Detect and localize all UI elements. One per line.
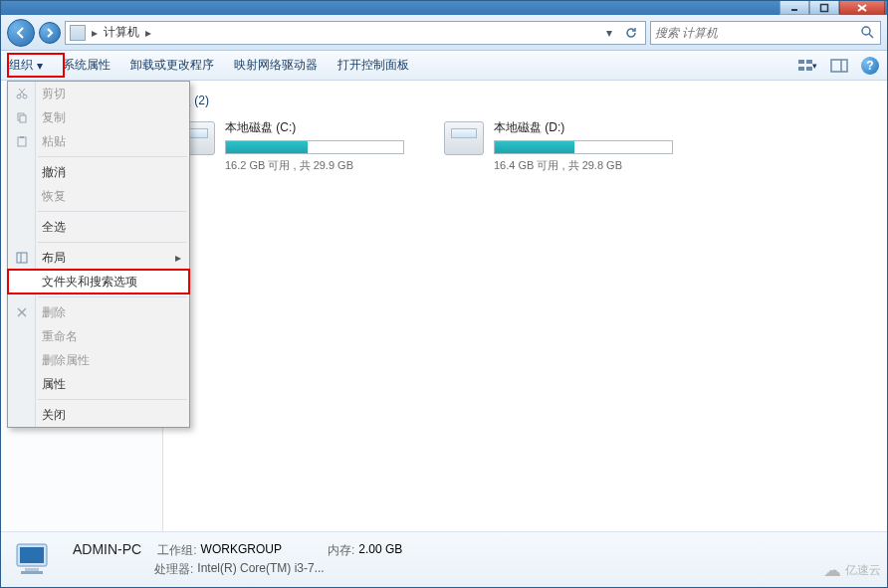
svg-rect-30 [25,568,39,571]
svg-rect-17 [20,115,26,122]
menu-properties[interactable]: 属性 [8,372,189,396]
memory-value: 2.00 GB [358,542,402,559]
hard-drive-icon [444,121,484,155]
svg-rect-31 [21,571,43,574]
map-network-drive-button[interactable]: 映射网络驱动器 [234,57,318,74]
menu-separator [38,399,187,400]
menu-layout[interactable]: 布局 ▸ [8,246,189,270]
drive-stat: 16.2 GB 可用 , 共 29.9 GB [225,158,404,173]
svg-rect-7 [798,67,804,71]
menu-select-all[interactable]: 全选 [8,215,189,239]
refresh-icon[interactable] [621,23,641,43]
body: 剪切 复制 粘贴 撤消 恢复 全选 [1,81,887,531]
svg-rect-10 [831,60,847,72]
menu-folder-options-label: 文件夹和搜索选项 [42,274,137,291]
forward-button[interactable] [39,22,61,44]
breadcrumb-computer[interactable]: 计算机 [104,24,139,41]
svg-rect-1 [821,4,828,11]
menu-redo-label: 恢复 [42,188,66,205]
menu-redo[interactable]: 恢复 [8,184,189,208]
svg-rect-6 [798,60,804,64]
submenu-arrow-icon: ▸ [175,251,181,265]
cpu-key: 处理器: [154,561,193,578]
organize-label: 组织 [9,57,33,74]
menu-delete-label: 删除 [42,304,66,321]
drive-info: 本地磁盘 (C:) 16.2 GB 可用 , 共 29.9 GB [225,119,404,173]
svg-rect-19 [20,136,24,138]
drive-info: 本地磁盘 (D:) 16.4 GB 可用 , 共 29.8 GB [494,119,673,173]
preview-pane-icon[interactable] [829,56,849,76]
memory-key: 内存: [328,542,354,559]
menu-separator [38,156,187,157]
view-options-icon[interactable]: ▾ [797,56,817,76]
menu-rename[interactable]: 重命名 [8,324,189,348]
drive-name: 本地磁盘 (D:) [494,119,673,136]
details-text: ADMIN-PC 工作组: WORKGROUP 内存: 2.00 GB 处理器:… [73,541,402,578]
menu-select-all-label: 全选 [42,219,66,236]
computer-icon [70,25,86,41]
drive-name: 本地磁盘 (C:) [225,119,404,136]
system-properties-button[interactable]: 系统属性 [63,57,111,74]
menu-cut[interactable]: 剪切 [8,82,189,105]
drives-list: 本地磁盘 (C:) 16.2 GB 可用 , 共 29.9 GB 本地磁盘 (D… [175,119,875,173]
svg-line-5 [869,34,873,38]
drive-item[interactable]: 本地磁盘 (D:) 16.4 GB 可用 , 共 29.8 GB [444,119,673,173]
window-controls [779,1,885,15]
capacity-fill [226,141,308,153]
menu-remove-properties-label: 删除属性 [42,352,90,369]
help-icon[interactable]: ? [861,57,879,75]
svg-rect-18 [18,137,26,146]
layout-icon [14,250,30,266]
menu-copy-label: 复制 [42,109,66,126]
menu-separator [38,211,187,212]
menu-paste[interactable]: 粘贴 [8,129,189,153]
cut-icon [14,86,30,101]
computer-large-icon [11,540,59,580]
details-pane: ADMIN-PC 工作组: WORKGROUP 内存: 2.00 GB 处理器:… [1,531,887,587]
breadcrumb-sep: ▸ [145,26,151,40]
drive-item[interactable]: 本地磁盘 (C:) 16.2 GB 可用 , 共 29.9 GB [175,119,404,173]
menu-close[interactable]: 关闭 [8,403,189,427]
menu-folder-options[interactable]: 文件夹和搜索选项 [8,270,189,294]
menu-undo[interactable]: 撤消 [8,160,189,184]
search-input[interactable] [655,26,860,40]
menu-delete[interactable]: 删除 [8,300,189,324]
minimize-button[interactable] [779,1,809,15]
watermark: ☁ 亿速云 [823,559,881,581]
breadcrumb-sep: ▸ [92,26,98,40]
menu-cut-label: 剪切 [42,86,66,102]
paste-icon [14,133,30,149]
back-button[interactable] [7,19,35,47]
history-dropdown-icon[interactable]: ▾ [599,23,619,43]
section-heading: 盘 (2) [179,93,875,109]
menu-remove-properties[interactable]: 删除属性 [8,348,189,372]
delete-icon [14,304,30,320]
maximize-button[interactable] [809,1,839,15]
menu-rename-label: 重命名 [42,328,78,345]
search-icon[interactable] [860,25,876,41]
menu-layout-label: 布局 [42,250,66,267]
copy-icon [14,109,30,125]
titlebar [1,1,887,15]
uninstall-programs-button[interactable]: 卸载或更改程序 [130,57,214,74]
computer-name: ADMIN-PC [73,541,141,557]
svg-rect-20 [17,253,27,263]
address-bar[interactable]: ▸ 计算机 ▸ ▾ [65,21,646,45]
organize-menu-button[interactable]: 组织 ▾ [9,57,43,74]
open-control-panel-button[interactable]: 打开控制面板 [337,57,409,74]
workgroup-value: WORKGROUP [201,542,282,559]
capacity-bar [494,140,673,154]
navigation-pane: 剪切 复制 粘贴 撤消 恢复 全选 [1,81,163,531]
svg-point-4 [862,27,870,35]
search-box[interactable] [650,21,881,45]
watermark-text: 亿速云 [845,562,881,579]
menu-properties-label: 属性 [42,376,66,393]
navigation-bar: ▸ 计算机 ▸ ▾ [1,15,887,51]
menu-copy[interactable]: 复制 [8,105,189,129]
cpu-value: Intel(R) Core(TM) i3-7... [197,561,324,578]
content-pane: 盘 (2) 本地磁盘 (C:) 16.2 GB 可用 , 共 29.9 GB 本… [163,81,887,531]
close-button[interactable] [839,1,885,15]
drive-stat: 16.4 GB 可用 , 共 29.8 GB [494,158,673,173]
menu-separator [38,296,187,297]
command-bar: 组织 ▾ 系统属性 卸载或更改程序 映射网络驱动器 打开控制面板 ▾ ? [1,51,887,81]
